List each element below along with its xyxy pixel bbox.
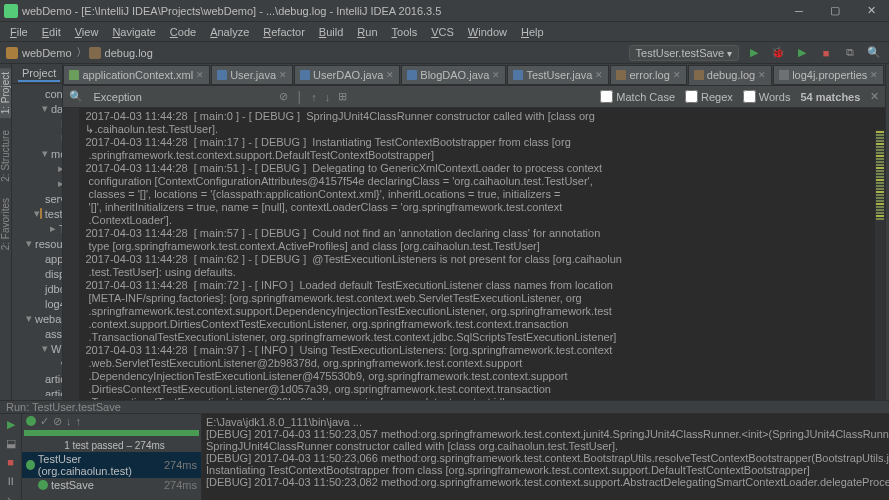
menu-navigate[interactable]: Navigate	[106, 24, 161, 40]
test-row[interactable]: TestUser (org.caihaolun.test)274ms	[22, 452, 201, 478]
close-tab-icon[interactable]: ✕	[279, 70, 287, 80]
find-input[interactable]	[91, 89, 271, 105]
editor-tab[interactable]: User.java✕	[211, 65, 293, 85]
tree-item[interactable]: jdbc.properties	[12, 281, 62, 296]
editor-tab[interactable]: applicationContext.xml✕	[63, 65, 210, 85]
close-button[interactable]: ✕	[857, 2, 885, 20]
tree-item[interactable]: ▸User	[12, 176, 62, 191]
tree-item[interactable]: ▾dao	[12, 101, 62, 116]
next-match-button[interactable]: ↓	[325, 91, 331, 103]
editor-tab[interactable]: log4j.properties✕	[773, 65, 884, 85]
match-case-checkbox[interactable]: Match Case	[600, 90, 675, 103]
close-find-icon[interactable]: ✕	[870, 90, 879, 103]
dump-threads-button[interactable]: ⏸	[3, 473, 19, 489]
project-structure-button[interactable]: ⧉	[841, 44, 859, 62]
close-tab-icon[interactable]: ✕	[386, 70, 394, 80]
error-stripe[interactable]	[875, 130, 885, 400]
tree-item[interactable]: web.xml	[12, 356, 62, 371]
ok-icon	[38, 480, 48, 490]
project-tree[interactable]: controller▾daoBlogDAOUserDAO▾model▸Blog▸…	[12, 84, 62, 396]
minimize-button[interactable]: ─	[785, 2, 813, 20]
log-line: .DependencyInjectionTestExecutionListene…	[65, 370, 885, 383]
tree-item[interactable]: ▸Blog	[12, 161, 62, 176]
close-tab-icon[interactable]: ✕	[870, 70, 878, 80]
clear-icon[interactable]: ⊘	[279, 90, 288, 103]
tree-item[interactable]: assets	[12, 326, 62, 341]
editor-tab[interactable]: TestUser.java✕	[507, 65, 609, 85]
menu-file[interactable]: File	[4, 24, 34, 40]
file-icon	[89, 47, 101, 59]
console-line: [DEBUG] 2017-04-03 11:50:23,066 method:o…	[206, 452, 885, 464]
tree-item[interactable]: dispatcher-servlet.xml	[12, 266, 62, 281]
side-tab[interactable]: 2: Favorites	[0, 194, 11, 254]
editor-content[interactable]: 2017-04-03 11:44:28 [ main:0 ] - [ DEBUG…	[63, 108, 885, 400]
words-checkbox[interactable]: Words	[743, 90, 791, 103]
menu-refactor[interactable]: Refactor	[257, 24, 311, 40]
file-icon	[694, 70, 704, 80]
tree-item[interactable]: BlogDAO	[12, 116, 62, 131]
search-button[interactable]: 🔍	[865, 44, 883, 62]
regex-checkbox[interactable]: Regex	[685, 90, 733, 103]
tree-item[interactable]: UserDAO	[12, 131, 62, 146]
select-all-button[interactable]: ⊞	[338, 90, 347, 103]
coverage-button[interactable]: ▶	[793, 44, 811, 62]
close-tab-icon[interactable]: ✕	[673, 70, 681, 80]
console-output[interactable]: E:\Java\jdk1.8.0_111\bin\java ...[DEBUG]…	[202, 414, 889, 500]
menu-build[interactable]: Build	[313, 24, 349, 40]
tree-item[interactable]: service	[12, 191, 62, 206]
close-tab-icon[interactable]: ✕	[196, 70, 204, 80]
tree-item[interactable]: applicationContext.xml	[12, 251, 62, 266]
editor-tab[interactable]: UserDAO.java✕	[294, 65, 400, 85]
side-tab[interactable]: 2: Structure	[0, 126, 11, 186]
tree-item[interactable]: ▾test	[12, 206, 62, 221]
menu-code[interactable]: Code	[164, 24, 202, 40]
menu-help[interactable]: Help	[515, 24, 550, 40]
log-line: 2017-04-03 11:44:28 [ main:51 ] - [ DEBU…	[65, 162, 885, 175]
prev-match-button[interactable]: ↑	[311, 91, 317, 103]
tree-item[interactable]: log4j.properties	[12, 296, 62, 311]
stop-button[interactable]: ■	[817, 44, 835, 62]
menu-vcs[interactable]: VCS	[425, 24, 460, 40]
tree-item[interactable]: controller	[12, 86, 62, 101]
rerun-button[interactable]: ▶	[3, 416, 19, 432]
test-tree[interactable]: ✓⊘↓↑ 1 test passed – 274ms TestUser (org…	[22, 414, 202, 500]
log-line: ↳.caihaolun.test.TestUser].	[65, 123, 885, 136]
menu-window[interactable]: Window	[462, 24, 513, 40]
side-tab[interactable]: 1: Project	[0, 68, 11, 118]
breadcrumb-project[interactable]: webDemo	[20, 47, 74, 59]
tree-item[interactable]: articleList.jsp	[12, 386, 62, 396]
test-row[interactable]: testSave274ms	[22, 478, 201, 492]
tree-item[interactable]: ▾WEB-INF	[12, 341, 62, 356]
log-line: .web.ServletTestExecutionListener@2b9837…	[65, 357, 885, 370]
editor-tab[interactable]: BlogDAO.java✕	[401, 65, 506, 85]
project-tab[interactable]: Project	[18, 66, 60, 82]
expand-button[interactable]: ↘	[3, 492, 19, 500]
run-config-select[interactable]: TestUser.testSave ▾	[629, 45, 739, 61]
project-icon	[6, 47, 18, 59]
tree-item[interactable]: ▾model	[12, 146, 62, 161]
editor-tab[interactable]: error.log✕	[610, 65, 686, 85]
menu-run[interactable]: Run	[351, 24, 383, 40]
close-tab-icon[interactable]: ✕	[595, 70, 603, 80]
tree-item[interactable]: ▸TestUser	[12, 221, 62, 236]
breadcrumb-file[interactable]: debug.log	[103, 47, 155, 59]
maximize-button[interactable]: ▢	[821, 2, 849, 20]
editor-tab[interactable]: debug.log✕	[688, 65, 772, 85]
menu-analyze[interactable]: Analyze	[204, 24, 255, 40]
tree-item[interactable]: ▾resources	[12, 236, 62, 251]
menu-tools[interactable]: Tools	[386, 24, 424, 40]
tree-item[interactable]: ▾webapp	[12, 311, 62, 326]
toggle-autoscroll-button[interactable]: ⬓	[3, 435, 19, 451]
ok-icon	[26, 460, 35, 470]
close-tab-icon[interactable]: ✕	[758, 70, 766, 80]
run-button[interactable]: ▶	[745, 44, 763, 62]
menu-view[interactable]: View	[69, 24, 105, 40]
stop-run-button[interactable]: ■	[3, 454, 19, 470]
menu-edit[interactable]: Edit	[36, 24, 67, 40]
tree-item[interactable]: article.jsp	[12, 371, 62, 386]
ok-icon	[26, 416, 36, 426]
close-tab-icon[interactable]: ✕	[492, 70, 500, 80]
log-line: .ContextLoader'].	[65, 214, 885, 227]
debug-button[interactable]: 🐞	[769, 44, 787, 62]
log-line: type [org.springframework.test.context.A…	[65, 240, 885, 253]
